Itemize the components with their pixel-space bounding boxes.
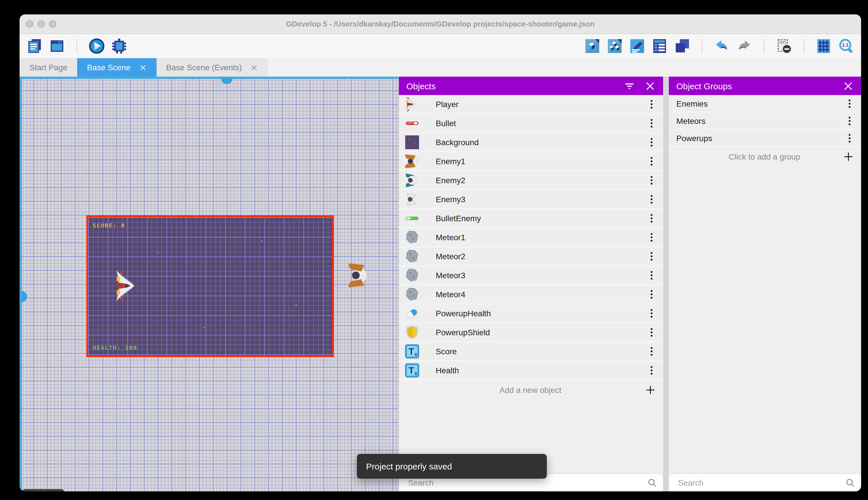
add-group-label: Click to add a group	[669, 152, 843, 161]
close-panel-icon[interactable]	[843, 80, 854, 91]
enemy3-ship-icon	[404, 192, 420, 207]
kebab-menu-icon[interactable]	[646, 250, 657, 263]
kebab-menu-icon[interactable]	[646, 212, 657, 225]
horizontal-scrollbar-thumb[interactable]	[221, 78, 233, 84]
window-title: GDevelop 5 - /Users/dkarakay/Documents/G…	[286, 20, 595, 28]
title-bar: GDevelop 5 - /Users/dkarakay/Documents/G…	[20, 14, 861, 34]
objects-list-icon[interactable]	[584, 38, 600, 54]
grid-icon[interactable]	[816, 38, 832, 54]
cursor-coordinates-badge: 1040;496	[22, 489, 64, 491]
debug-icon[interactable]	[111, 38, 127, 54]
kebab-menu-icon[interactable]	[646, 345, 657, 358]
properties-icon[interactable]	[629, 38, 645, 54]
groups-search-input[interactable]	[677, 478, 845, 488]
kebab-menu-icon[interactable]	[646, 326, 657, 339]
objects-search-input[interactable]	[407, 478, 647, 488]
object-row[interactable]: Tx Health	[399, 361, 663, 380]
object-row[interactable]: PowerupShield	[399, 323, 663, 342]
svg-text:x: x	[414, 351, 417, 357]
objects-panel-header: Objects	[399, 77, 663, 95]
project-manager-icon[interactable]	[26, 38, 43, 54]
kebab-menu-icon[interactable]	[646, 193, 657, 206]
vertical-scrollbar-track[interactable]	[20, 77, 22, 491]
search-icon[interactable]	[647, 478, 657, 488]
kebab-menu-icon[interactable]	[646, 288, 657, 301]
kebab-menu-icon[interactable]	[646, 307, 657, 320]
player-ship-icon	[404, 97, 420, 112]
instances-list-icon[interactable]	[652, 38, 668, 54]
zoom-window-button[interactable]	[49, 20, 56, 28]
mask-icon[interactable]	[776, 38, 792, 54]
desktop: GDevelop 5 - /Users/dkarakay/Documents/G…	[0, 0, 868, 500]
text-object-icon: Tx	[404, 344, 420, 359]
close-tab-icon[interactable]	[250, 64, 258, 71]
scene-editor-canvas[interactable]: SCORE: 0 HEALTH: 100	[20, 77, 398, 491]
layers-icon[interactable]	[674, 38, 690, 54]
object-row[interactable]: Background	[399, 133, 663, 152]
group-row[interactable]: Powerups	[669, 129, 861, 147]
object-row[interactable]: Enemy3	[399, 190, 663, 209]
object-groups-icon[interactable]	[607, 38, 623, 54]
vertical-scrollbar-thumb[interactable]	[21, 291, 27, 303]
kebab-menu-icon[interactable]	[646, 136, 657, 149]
close-panel-icon[interactable]	[645, 80, 656, 91]
health-pill-icon	[404, 306, 420, 321]
object-row[interactable]: Meteor3	[399, 266, 663, 285]
group-row[interactable]: Enemies	[669, 95, 861, 112]
object-row[interactable]: BulletEnemy	[399, 209, 663, 228]
kebab-menu-icon[interactable]	[646, 174, 657, 186]
add-group-button[interactable]: Click to add a group	[669, 147, 861, 167]
object-row[interactable]: Meteor1	[399, 228, 663, 247]
object-row[interactable]: Bullet	[399, 114, 663, 133]
kebab-menu-icon[interactable]	[646, 98, 657, 111]
kebab-menu-icon[interactable]	[646, 269, 657, 282]
redo-icon[interactable]	[736, 38, 752, 54]
undo-icon[interactable]	[714, 38, 730, 54]
zoom-one-to-one-icon[interactable]: 1:1	[838, 38, 854, 54]
filter-icon[interactable]	[624, 80, 635, 91]
kebab-menu-icon[interactable]	[844, 132, 855, 144]
kebab-menu-icon[interactable]	[646, 155, 657, 168]
group-row[interactable]: Meteors	[669, 112, 861, 129]
search-icon[interactable]	[845, 478, 855, 488]
text-object-icon: Tx	[404, 363, 420, 378]
player-instance[interactable]	[114, 270, 135, 302]
kebab-menu-icon[interactable]	[646, 117, 657, 129]
add-object-button[interactable]: Add a new object	[399, 380, 663, 400]
objects-panel-title: Objects	[406, 81, 614, 91]
tab-base-scene[interactable]: Base Scene	[77, 58, 156, 77]
tab-start-page[interactable]: Start Page	[20, 58, 77, 77]
toolbar-divider	[764, 38, 764, 54]
play-icon[interactable]	[89, 38, 105, 54]
toolbar-divider	[77, 38, 77, 54]
health-hud-text: HEALTH: 100	[93, 344, 137, 351]
enemy-bullet-icon	[404, 211, 420, 226]
kebab-menu-icon[interactable]	[646, 364, 657, 377]
enemy-instance[interactable]	[348, 262, 370, 288]
tab-base-scene-events[interactable]: Base Scene (Events)	[156, 58, 268, 77]
svg-text:x: x	[414, 371, 417, 376]
object-row[interactable]: Meteor4	[399, 285, 663, 304]
minimize-window-button[interactable]	[37, 20, 45, 28]
object-row[interactable]: Player	[399, 95, 663, 114]
enemy1-ship-icon	[404, 154, 420, 169]
panel-gutter[interactable]	[663, 77, 669, 491]
close-window-button[interactable]	[26, 20, 33, 28]
gdevelop-window: GDevelop 5 - /Users/dkarakay/Documents/G…	[20, 14, 861, 491]
kebab-menu-icon[interactable]	[844, 97, 855, 110]
kebab-menu-icon[interactable]	[844, 114, 855, 127]
object-row[interactable]: Enemy2	[399, 171, 663, 190]
kebab-menu-icon[interactable]	[646, 231, 657, 244]
toolbar: 1:1	[20, 34, 861, 58]
close-tab-icon[interactable]	[139, 64, 146, 71]
meteor-icon	[404, 268, 420, 283]
object-row[interactable]: Tx Score	[399, 342, 663, 361]
bullet-icon	[404, 116, 420, 131]
horizontal-scrollbar-track[interactable]	[20, 77, 398, 79]
object-row[interactable]: PowerupHealth	[399, 304, 663, 323]
star-dot	[261, 240, 262, 242]
object-row[interactable]: Meteor2	[399, 247, 663, 266]
object-row[interactable]: Enemy1	[399, 152, 663, 171]
scene-window-icon[interactable]	[49, 38, 65, 54]
tab-label: Start Page	[30, 63, 67, 72]
